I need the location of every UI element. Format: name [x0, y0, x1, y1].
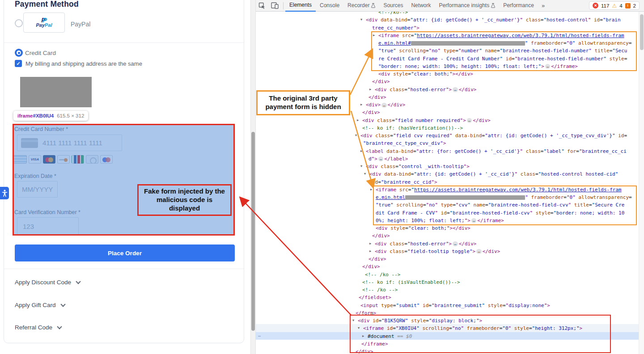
code-line[interactable]: <div data-bind="attr: {id: getCode() + '…	[366, 17, 621, 24]
code-line[interactable]: </iframe>	[361, 341, 388, 348]
code-line[interactable]: </div>	[369, 94, 386, 101]
code-line[interactable]: "braintree_cc_type_cvv_div">	[363, 140, 446, 148]
code-line[interactable]: tree_cc_number">	[372, 25, 419, 32]
expand-arrow-icon[interactable]: ▶	[369, 249, 374, 253]
code-line[interactable]: #document == $0	[368, 333, 412, 341]
collapse-arrow-icon[interactable]: ▼	[360, 18, 365, 21]
collapse-arrow-icon[interactable]: ▼	[355, 134, 360, 137]
code-line[interactable]: <!--/ko-->	[378, 12, 408, 17]
code-line[interactable]: e.min.html#" frameborder="0" allowtransp…	[378, 40, 631, 47]
more-tabs-icon[interactable]: »	[538, 2, 548, 9]
toolbar-separator	[283, 2, 284, 9]
devtools-panel: ElementsConsoleRecorderSourcesNetworkPer…	[256, 0, 644, 354]
tab-performance[interactable]: Performance	[499, 0, 538, 12]
code-line[interactable]: </form>	[356, 310, 376, 317]
collapse-arrow-icon[interactable]: ▼	[352, 319, 357, 322]
code-line[interactable]: <div>…</div>	[366, 101, 405, 109]
code-line[interactable]: <div class="hosted-error">…</div>	[375, 240, 476, 248]
code-line[interactable]: 0%; height: 100%; float: left;">…</ifram…	[376, 217, 504, 225]
paypal-logo[interactable]: PP PayPal	[23, 13, 65, 33]
code-line[interactable]: <!-- /ko -->	[362, 287, 398, 294]
injected-fake-form: Credit Card Number * 4111 1111 1111 1111…	[13, 124, 235, 236]
expand-arrow-icon[interactable]: ▶	[370, 188, 375, 191]
code-line[interactable]: "true" scrolling="no" type="cvv" name="b…	[376, 202, 624, 209]
code-line[interactable]: </div>	[372, 232, 390, 240]
place-order-button[interactable]: Place Order	[15, 244, 235, 261]
code-line[interactable]: <div id="B1K5QRW" style="display: block;…	[358, 317, 482, 325]
code-line[interactable]: <!-- /ko -->	[365, 271, 400, 279]
collapse-arrow-icon[interactable]: ▼	[358, 326, 362, 330]
expand-arrow-icon[interactable]: ▶	[369, 242, 374, 245]
code-line[interactable]: </div>	[356, 348, 373, 354]
code-line[interactable]: <div style="clear: both;"></div>	[376, 225, 470, 232]
code-line[interactable]: e.min.html" frameborder="0" allowtranspa…	[376, 194, 632, 202]
devtools-tabs: ElementsConsoleRecorderSourcesNetworkPer…	[285, 0, 538, 12]
code-line[interactable]: <iframe id="XB0IU4" scrolling="no" frame…	[363, 325, 582, 333]
expand-arrow-icon[interactable]: ▶	[360, 149, 365, 153]
code-line[interactable]: <div class="field cvv required" data-bin…	[360, 132, 627, 140]
device-toolbar-icon[interactable]	[268, 2, 281, 9]
code-line[interactable]: d">…</label>	[369, 156, 408, 163]
code-line[interactable]: </div>	[362, 263, 380, 271]
code-line[interactable]: dit Card Frame - CVV" id="braintree-host…	[376, 210, 624, 217]
tab-elements[interactable]: Elements	[285, 0, 316, 12]
flask-icon	[491, 3, 495, 8]
code-line[interactable]: <input type="submit" id="braintree_submi…	[360, 302, 550, 310]
gutter-more-icon[interactable]: …	[258, 333, 261, 337]
code-line[interactable]: re Credit Card Frame - Credit Card Numbe…	[378, 55, 627, 63]
tab-sources[interactable]: Sources	[379, 0, 407, 12]
expand-arrow-icon[interactable]: ▶	[369, 88, 374, 91]
expand-arrow-icon[interactable]: ▶	[360, 103, 365, 106]
divider	[4, 42, 244, 43]
expander-apply-discount-code[interactable]: Apply Discount Code	[15, 279, 80, 286]
issues-count: 2	[633, 3, 636, 8]
selected-node-row[interactable]	[256, 332, 639, 340]
warning-count: 4	[619, 3, 622, 8]
tab-network[interactable]: Network	[407, 0, 435, 12]
expander-apply-gift-card[interactable]: Apply Gift Card	[15, 302, 65, 308]
scrollbar-thumb[interactable]	[251, 132, 255, 331]
expand-arrow-icon[interactable]: ▶	[362, 334, 367, 338]
warning-icon: ⚠	[612, 3, 617, 8]
scrollbar-thumb[interactable]	[640, 14, 644, 50]
code-line[interactable]: <div class="hosted-error">…</div>	[375, 86, 476, 94]
code-line[interactable]: id="braintree_cc_cid">	[372, 179, 437, 186]
screenshot-root: Payment Method PP PayPal PayPal Credit C…	[0, 0, 644, 354]
code-line[interactable]: <div style="clear: both;"></div>	[378, 71, 473, 78]
issue-badges[interactable]: ✕ 117 ⚠ 4 ! 2	[589, 1, 640, 10]
code-line[interactable]: </div>	[372, 78, 390, 86]
devtools-scrollbar[interactable]	[639, 12, 644, 354]
accessibility-widget-icon[interactable]	[0, 187, 9, 199]
inspect-element-icon[interactable]	[256, 2, 268, 9]
code-line[interactable]: </div>	[362, 109, 380, 117]
expand-arrow-icon[interactable]: ▶	[373, 34, 377, 37]
expander-referral-code[interactable]: Referral Code	[15, 324, 61, 331]
credit-card-radio[interactable]	[15, 49, 23, 57]
collapse-arrow-icon[interactable]: ▼	[364, 172, 369, 176]
paypal-radio[interactable]	[15, 19, 23, 27]
redacted-order-summary	[20, 77, 92, 107]
code-line[interactable]: <iframe src="https://assets.braintreegat…	[376, 186, 622, 194]
page-scrollbar[interactable]	[250, 0, 256, 354]
code-line[interactable]: <iframe src="https://assets.braintreegat…	[378, 32, 624, 40]
code-line[interactable]: <div class="field-tooltip toggle">…</div…	[375, 248, 500, 256]
code-line[interactable]: "border: none; width: 100%; height: 100%…	[378, 63, 578, 71]
tab-recorder[interactable]: Recorder	[343, 0, 379, 12]
error-icon: ✕	[593, 3, 598, 8]
tab-console[interactable]: Console	[316, 0, 343, 12]
code-line[interactable]: <div class="control _with-tooltip">	[366, 163, 470, 171]
code-line[interactable]: <!-- ko if: (hasVerification())-->	[362, 125, 463, 132]
code-line[interactable]: </div>	[369, 256, 386, 263]
tab-performance-insights[interactable]: Performance insights	[435, 0, 499, 12]
collapse-arrow-icon[interactable]: ▼	[360, 164, 365, 168]
expand-arrow-icon[interactable]: ▶	[357, 118, 361, 122]
code-line[interactable]: <div class="field number required">…</di…	[362, 117, 491, 125]
code-line[interactable]: "true" scrolling="no" type="number" name…	[378, 47, 627, 55]
billing-same-checkbox[interactable]: ✓	[15, 60, 22, 67]
code-line[interactable]: <div data-bind="attr: {id: getCode() + '…	[369, 171, 618, 178]
chevron-down-icon	[57, 324, 62, 329]
code-line[interactable]: <label data-bind="attr: {for: getCode() …	[366, 148, 627, 156]
code-line[interactable]: <!-- ko if: (isVaultEnabled())-->	[362, 279, 460, 287]
code-line[interactable]: </fieldset>	[359, 294, 391, 302]
divider	[4, 269, 244, 269]
